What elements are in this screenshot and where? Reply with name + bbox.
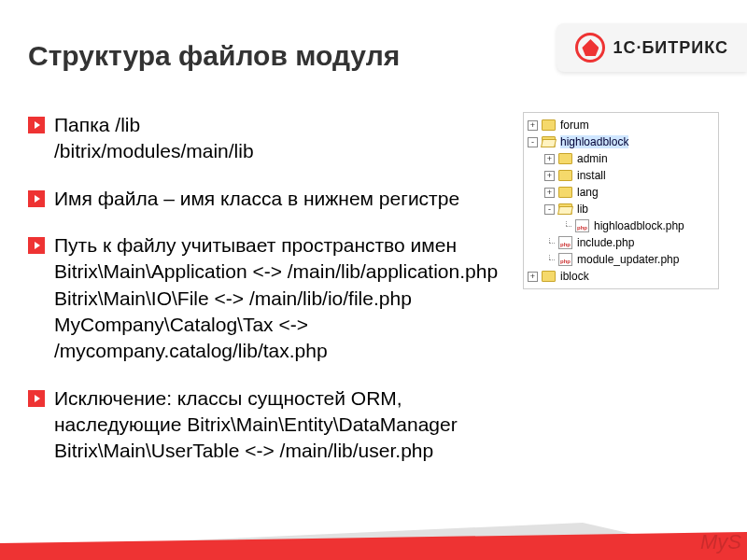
- bullet-item: Исключение: классы сущностей ORM, наслед…: [28, 385, 514, 465]
- watermark: MyS: [700, 530, 741, 554]
- collapse-icon[interactable]: -: [544, 204, 555, 215]
- expand-icon[interactable]: +: [544, 154, 555, 164]
- expand-icon[interactable]: +: [528, 120, 538, 131]
- php-file-icon: php: [558, 236, 572, 249]
- collapse-icon[interactable]: -: [528, 137, 538, 147]
- tree-connector-icon: [544, 255, 555, 265]
- tree-node[interactable]: +iblock: [528, 268, 714, 285]
- tree-node[interactable]: +admin: [528, 150, 714, 167]
- tree-node-label: admin: [577, 152, 608, 165]
- tree-connector-icon: [561, 221, 571, 231]
- bullet-text: Исключение: классы сущностей ORM, наслед…: [54, 385, 514, 465]
- folder-icon: [542, 119, 556, 131]
- slide-title: Структура файлов модуля: [28, 40, 400, 72]
- bullet-item: Путь к файлу учитывает пространство имен…: [28, 232, 514, 365]
- tree-node-label: iblock: [560, 270, 589, 283]
- file-tree: +forum-highloadblock+admin+install+lang-…: [523, 112, 719, 289]
- tree-node[interactable]: +lang: [528, 184, 714, 201]
- bullet-item: Папка /lib /bitrix/modules/main/lib: [28, 112, 514, 165]
- tree-node[interactable]: phpinclude.php: [528, 234, 714, 251]
- slide-content: Папка /lib /bitrix/modules/main/libИмя ф…: [0, 93, 747, 485]
- php-file-icon: php: [558, 253, 572, 266]
- brand-text: 1С·БИТРИКС: [613, 38, 728, 58]
- tree-node[interactable]: -lib: [528, 201, 714, 217]
- folder-open-icon: [558, 203, 572, 215]
- tree-node-label: lang: [577, 186, 599, 199]
- tree-node-label: include.php: [577, 236, 634, 249]
- bullet-item: Имя файла – имя класса в нижнем регистре: [28, 186, 514, 212]
- bullet-list: Папка /lib /bitrix/modules/main/libИмя ф…: [28, 112, 514, 485]
- arrow-bullet-icon: [28, 117, 45, 133]
- expand-icon[interactable]: +: [544, 171, 555, 181]
- tree-node[interactable]: +forum: [528, 117, 714, 133]
- expand-icon[interactable]: +: [528, 272, 538, 282]
- arrow-bullet-icon: [28, 390, 45, 407]
- tree-node-label: highloadblock: [560, 135, 628, 148]
- bitrix-logo-icon: [575, 33, 605, 63]
- tree-connector-icon: [544, 238, 555, 248]
- tree-node-label: forum: [560, 119, 589, 132]
- slide-header: Структура файлов модуля 1С·БИТРИКС: [0, 0, 747, 93]
- folder-icon: [558, 187, 572, 198]
- expand-icon[interactable]: +: [544, 188, 555, 198]
- folder-icon: [558, 170, 572, 181]
- tree-node[interactable]: -highloadblock: [528, 133, 714, 150]
- bullet-text: Путь к файлу учитывает пространство имен…: [54, 232, 514, 365]
- bullet-text: Имя файла – имя класса в нижнем регистре: [54, 186, 514, 212]
- tree-node-label: module_updater.php: [577, 253, 679, 266]
- brand-badge: 1С·БИТРИКС: [557, 23, 747, 72]
- tree-node-label: lib: [577, 203, 588, 216]
- folder-open-icon: [542, 136, 556, 147]
- arrow-bullet-icon: [28, 190, 45, 207]
- bullet-text: Папка /lib /bitrix/modules/main/lib: [54, 112, 514, 165]
- slide-footer-decoration: [0, 513, 747, 560]
- tree-node[interactable]: phphighloadblock.php: [528, 217, 714, 234]
- arrow-bullet-icon: [28, 237, 45, 254]
- folder-icon: [558, 153, 572, 164]
- tree-node[interactable]: +install: [528, 167, 714, 184]
- folder-icon: [542, 271, 556, 282]
- tree-node-label: highloadblock.php: [594, 219, 684, 232]
- tree-node[interactable]: phpmodule_updater.php: [528, 251, 714, 268]
- php-file-icon: php: [575, 219, 589, 232]
- tree-node-label: install: [577, 169, 606, 182]
